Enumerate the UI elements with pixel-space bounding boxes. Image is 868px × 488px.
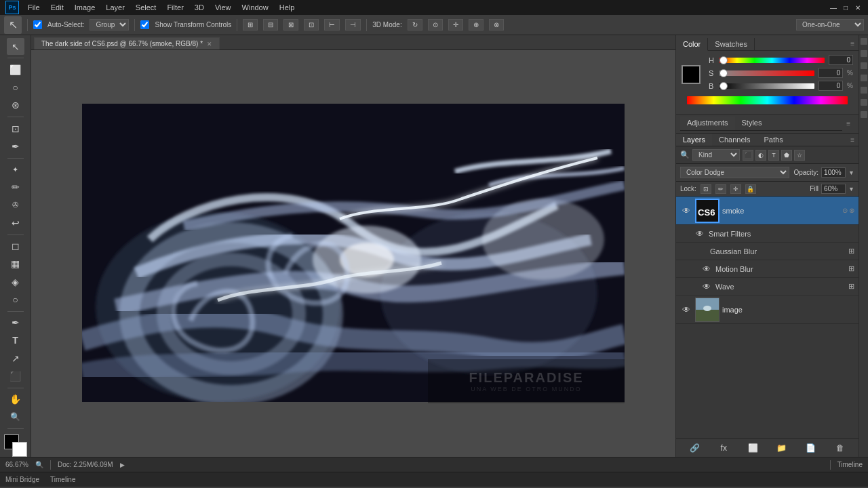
new-group-btn[interactable]: 📁 (775, 442, 789, 454)
motion-blur-adj-icon[interactable]: ⊞ (848, 264, 854, 273)
blend-mode-dropdown[interactable]: Color Dodge (680, 167, 789, 178)
lasso-btn[interactable]: ○ (7, 79, 24, 96)
timeline-bottom-btn[interactable]: Timeline (50, 476, 75, 483)
smoke-layer-visibility[interactable]: 👁 (680, 205, 692, 217)
show-transform-checkbox[interactable] (140, 20, 149, 29)
gaussian-blur-item[interactable]: Gaussian Blur ⊞ (676, 243, 859, 260)
align-bottom-btn[interactable]: ⊣ (345, 19, 361, 30)
eyedropper-btn[interactable]: ✒ (7, 138, 24, 155)
fill-input[interactable]: 60% (821, 184, 846, 194)
align-middle-btn[interactable]: ⊢ (324, 19, 340, 30)
align-center-btn[interactable]: ⊟ (263, 19, 278, 30)
filter-smart-icon[interactable]: ☆ (794, 150, 805, 161)
lock-paint-btn[interactable]: ✏ (715, 184, 726, 194)
align-right-btn[interactable]: ⊠ (283, 19, 298, 30)
swatches-tab[interactable]: Swatches (708, 38, 755, 50)
h-value[interactable]: 0 (829, 55, 853, 65)
text-btn[interactable]: T (7, 332, 24, 349)
layer-mask-btn[interactable]: ⬜ (746, 442, 760, 454)
filter-adjust-icon[interactable]: ◐ (755, 150, 766, 161)
close-button[interactable]: ✕ (853, 3, 863, 12)
lock-position-btn[interactable]: ✛ (730, 184, 741, 194)
image-layer-visibility[interactable]: 👁 (680, 304, 692, 316)
layers-tab[interactable]: Layers (676, 134, 712, 146)
mini-bridge-btn[interactable]: Mini Bridge (5, 476, 39, 483)
smart-filters-vis[interactable]: 👁 (694, 228, 706, 240)
color-swatches[interactable] (4, 434, 27, 457)
path-select-btn[interactable]: ↗ (7, 350, 24, 367)
hand-btn[interactable]: ✋ (7, 391, 24, 408)
move-tool-btn[interactable]: ↖ (7, 38, 24, 55)
filter-type-icon[interactable]: T (768, 150, 779, 161)
gaussian-blur-adj-icon[interactable]: ⊞ (848, 247, 854, 256)
edge-btn-7[interactable] (861, 111, 867, 118)
edge-btn-6[interactable] (861, 99, 867, 106)
auto-select-checkbox[interactable] (33, 20, 42, 29)
rect-select-btn[interactable]: ⬜ (7, 61, 24, 78)
wave-vis[interactable]: 👁 (701, 281, 713, 293)
clone-stamp-btn[interactable]: ✇ (7, 197, 24, 214)
paths-tab[interactable]: Paths (757, 134, 790, 146)
smart-filters-header[interactable]: 👁 Smart Filters (676, 225, 859, 243)
wave-adj-icon[interactable]: ⊞ (848, 282, 854, 291)
timeline-btn[interactable]: Timeline (837, 461, 863, 468)
wave-item[interactable]: 👁 Wave ⊞ (676, 278, 859, 296)
motion-blur-vis[interactable]: 👁 (701, 263, 713, 275)
eraser-btn[interactable]: ◻ (7, 238, 24, 255)
maximize-button[interactable]: □ (841, 3, 850, 12)
layer-style-btn[interactable]: fx (717, 442, 730, 454)
color-tab[interactable]: Color (676, 38, 708, 51)
layers-panel-menu[interactable]: ≡ (846, 134, 859, 146)
b-value[interactable]: 0 (818, 81, 843, 91)
styles-tab[interactable]: Styles (735, 117, 769, 130)
doc-tab[interactable]: The dark side of CS6.psd @ 66.7% (smoke,… (34, 37, 220, 49)
menu-3d[interactable]: 3D (190, 2, 209, 13)
new-layer-btn[interactable]: 📄 (804, 442, 818, 454)
zoom-btn[interactable]: 🔍 (7, 409, 24, 426)
quick-select-btn[interactable]: ⊛ (7, 97, 24, 114)
dodge-btn[interactable]: ○ (7, 291, 24, 308)
smoke-layer-item[interactable]: 👁 CS6 smoke ⊙ ⊗ (676, 197, 859, 225)
opacity-input[interactable]: 100% (821, 167, 846, 178)
fill-arrow[interactable]: ▼ (848, 186, 854, 192)
doc-tab-close[interactable]: ✕ (207, 41, 212, 47)
minimize-button[interactable]: — (829, 3, 838, 12)
color-preview[interactable] (682, 65, 701, 84)
align-left-btn[interactable]: ⊞ (243, 19, 258, 30)
3d-camera-btn[interactable]: ⊗ (489, 19, 504, 30)
spot-heal-btn[interactable]: ✦ (7, 161, 24, 178)
3d-rotate-btn[interactable]: ↻ (408, 19, 422, 30)
gradient-btn[interactable]: ▦ (7, 256, 24, 272)
3d-orbit-btn[interactable]: ⊕ (469, 19, 484, 30)
s-value[interactable]: 0 (818, 68, 843, 78)
filter-shape-icon[interactable]: ⬟ (781, 150, 792, 161)
adj-panel-menu[interactable]: ≡ (842, 118, 854, 129)
background-color[interactable] (12, 442, 27, 457)
edge-btn-4[interactable] (861, 75, 867, 81)
menu-file[interactable]: File (23, 2, 45, 13)
lock-all-btn[interactable]: 🔒 (745, 184, 756, 194)
move-tool-icon[interactable]: ↖ (4, 16, 22, 34)
align-top-btn[interactable]: ⊡ (304, 19, 319, 30)
crop-btn[interactable]: ⊡ (7, 120, 24, 137)
adjustments-tab[interactable]: Adjustments (680, 117, 735, 130)
menu-layer[interactable]: Layer (101, 2, 130, 13)
motion-blur-item[interactable]: 👁 Motion Blur ⊞ (676, 260, 859, 278)
3d-pan-btn[interactable]: ⊙ (428, 19, 443, 30)
history-brush-btn[interactable]: ↩ (7, 214, 24, 231)
edge-btn-3[interactable] (861, 62, 867, 69)
view-dropdown[interactable]: One-on-One (796, 19, 864, 30)
menu-view[interactable]: View (210, 2, 236, 13)
menu-window[interactable]: Window (237, 2, 273, 13)
blur-btn[interactable]: ◈ (7, 273, 24, 290)
color-spectrum[interactable] (687, 96, 848, 104)
3d-zoom-btn[interactable]: ✛ (448, 19, 463, 30)
edge-btn-1[interactable] (861, 38, 867, 45)
brightness-slider[interactable] (719, 83, 814, 89)
pen-btn[interactable]: ✒ (7, 314, 24, 331)
edge-btn-2[interactable] (861, 50, 867, 57)
menu-select[interactable]: Select (131, 2, 161, 13)
filter-pixel-icon[interactable]: ⬛ (743, 150, 753, 161)
opacity-arrow[interactable]: ▼ (848, 169, 854, 176)
brush-btn[interactable]: ✏ (7, 179, 24, 196)
